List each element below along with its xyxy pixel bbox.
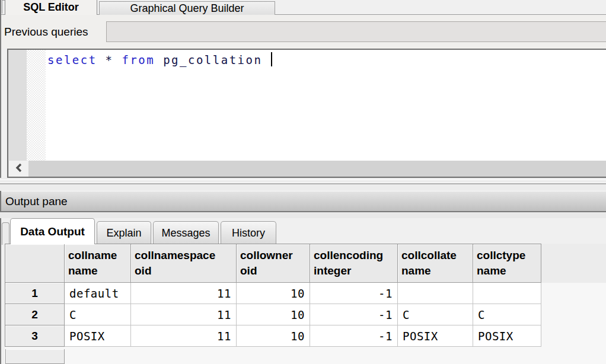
query-tool-window: SQL Editor Graphical Query Builder Previ…: [0, 0, 606, 364]
tab-sql-editor[interactable]: SQL Editor: [5, 0, 97, 15]
column-name: collnamespace: [135, 248, 236, 263]
column-name: collencoding: [314, 248, 397, 263]
previous-queries-panel: Previous queries: [1, 15, 606, 49]
text-cursor: [271, 52, 272, 66]
cell-collnamespace[interactable]: 11: [131, 304, 237, 325]
next-row-label-partial: [5, 349, 65, 364]
column-header-collencoding[interactable]: collencodinginteger: [310, 244, 398, 283]
scroll-left-button[interactable]: [9, 161, 28, 177]
cell-collname[interactable]: default: [65, 283, 131, 304]
column-name: collowner: [240, 248, 310, 263]
cell-collcollate[interactable]: C: [398, 304, 473, 325]
column-header-collctype[interactable]: collctypename: [473, 244, 541, 283]
horizontal-splitter[interactable]: [0, 178, 606, 191]
sql-token: *: [97, 53, 122, 66]
sql-text-line: select * from pg_collation: [47, 52, 272, 68]
column-type: name: [477, 263, 541, 279]
tab-sql-editor-label: SQL Editor: [23, 1, 79, 14]
cell-collname[interactable]: POSIX: [65, 325, 131, 347]
cell-collname[interactable]: C: [65, 304, 131, 325]
sql-token: select: [47, 53, 97, 66]
tab-messages[interactable]: Messages: [153, 221, 219, 244]
tab-explain[interactable]: Explain: [97, 221, 151, 244]
previous-queries-label: Previous queries: [4, 15, 88, 49]
output-pane-caption-label: Output pane: [5, 195, 68, 208]
output-pane-caption: Output pane: [1, 191, 606, 212]
column-type: integer: [314, 263, 397, 279]
tab-graphical-query-builder-label: Graphical Query Builder: [130, 2, 244, 15]
sql-token: pg_collation: [155, 53, 270, 66]
data-grid: collnamenamecollnamespaceoidcollowneroid…: [5, 244, 606, 364]
sql-editor-area[interactable]: select * from pg_collation: [7, 49, 606, 178]
grid-corner-label[interactable]: [5, 244, 65, 283]
cell-collowner[interactable]: 10: [237, 325, 310, 347]
column-name: collname: [68, 248, 130, 263]
tab-stub: [2, 222, 9, 245]
cell-collowner[interactable]: 10: [237, 283, 310, 304]
tab-data-output[interactable]: Data Output: [10, 218, 95, 244]
cell-collencoding[interactable]: -1: [310, 304, 398, 325]
tab-history[interactable]: History: [221, 221, 276, 244]
tab-messages-label: Messages: [161, 227, 210, 240]
table-header: collnamenamecollnamespaceoidcollowneroid…: [5, 244, 541, 283]
table-body: 1default1110-12C1110-1CC3POSIX1110-1POSI…: [5, 283, 541, 347]
table-row: 3POSIX1110-1POSIXPOSIX: [5, 325, 541, 347]
row-label[interactable]: 2: [5, 304, 65, 325]
output-tabbar: Data Output Explain Messages History: [1, 218, 606, 244]
editor-fold-margin: [27, 50, 46, 161]
column-header-collcollate[interactable]: collcollatename: [398, 244, 473, 283]
column-type: oid: [135, 263, 236, 279]
cell-collnamespace[interactable]: 11: [131, 283, 237, 304]
row-label[interactable]: 3: [5, 325, 65, 347]
sql-token: from: [122, 53, 155, 66]
editor-tabbar: SQL Editor Graphical Query Builder: [1, 0, 606, 15]
previous-queries-combobox[interactable]: [106, 21, 606, 42]
cell-collctype[interactable]: [473, 283, 541, 304]
tab-graphical-query-builder[interactable]: Graphical Query Builder: [99, 1, 275, 15]
cell-collctype[interactable]: C: [473, 304, 541, 325]
column-type: name: [401, 263, 473, 279]
row-label[interactable]: 1: [5, 283, 65, 304]
tab-explain-label: Explain: [106, 227, 141, 240]
column-header-collnamespace[interactable]: collnamespaceoid: [131, 244, 237, 283]
table-row: 2C1110-1CC: [5, 304, 541, 325]
column-type: name: [68, 263, 130, 279]
table-row: 1default1110-1: [5, 283, 541, 304]
cell-collencoding[interactable]: -1: [310, 325, 398, 347]
chevron-left-icon: [15, 163, 23, 175]
editor-margin: [8, 50, 27, 161]
column-header-collname[interactable]: collnamename: [65, 244, 131, 283]
result-table: collnamenamecollnamespaceoidcollowneroid…: [5, 244, 541, 347]
column-header-collowner[interactable]: collowneroid: [237, 244, 310, 283]
tab-history-label: History: [232, 227, 265, 240]
cell-collctype[interactable]: POSIX: [473, 325, 541, 347]
column-name: collctype: [477, 248, 541, 263]
column-name: collcollate: [401, 248, 473, 263]
cell-collowner[interactable]: 10: [237, 304, 310, 325]
cell-collcollate[interactable]: [398, 283, 473, 304]
cell-collnamespace[interactable]: 11: [131, 325, 237, 347]
caption-underline: [0, 212, 606, 218]
column-type: oid: [240, 263, 310, 279]
cell-collencoding[interactable]: -1: [310, 283, 398, 304]
horizontal-scrollbar[interactable]: [8, 161, 606, 177]
cell-collcollate[interactable]: POSIX: [398, 325, 473, 347]
tab-data-output-label: Data Output: [20, 225, 85, 238]
